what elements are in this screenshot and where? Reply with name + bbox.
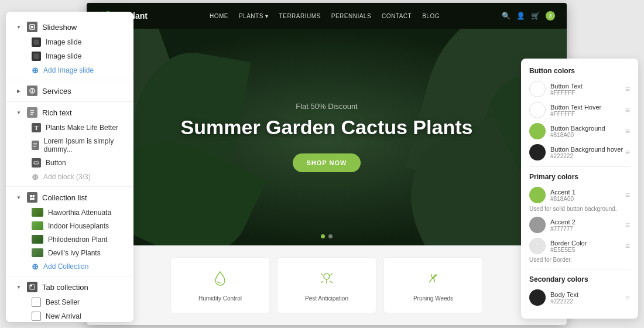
button-text-swatch[interactable] [529,81,546,97]
button-bg-left: Button Background #818A00 [529,123,605,139]
image-slide-1[interactable]: Image slide [6,35,133,49]
slideshow-toggle[interactable]: ▼ [15,23,22,30]
image-slide-2[interactable]: Image slide [6,49,133,63]
hero-title: Summer Garden Cactus Plants [181,115,473,139]
devils-ivy-item[interactable]: Devil's ivy Plants [6,246,133,259]
plants-text-label: Plants Make Life Better [46,124,118,132]
button-text-hover-swatch[interactable] [529,102,546,118]
add-block[interactable]: ⊕ Add block (3/3) [6,170,133,184]
user-icon[interactable]: 👤 [516,12,525,20]
svg-rect-22 [33,195,35,197]
rich-text-label: Rich text [42,108,72,117]
services-row[interactable]: ▶ Services [6,83,133,99]
svg-rect-25 [30,285,32,286]
image-slide-icon-2 [32,52,41,61]
best-seller-item[interactable]: Best Seller [6,295,133,309]
button-bg-hover-handle[interactable]: ≡ [625,148,630,157]
button-bg-swatch[interactable] [529,123,546,139]
services-toggle[interactable]: ▶ [15,87,22,94]
body-text-left: Body Text #222222 [529,289,578,306]
svg-rect-23 [30,198,35,200]
border-color-hex: #E5E5E5 [550,247,587,253]
services-label: Services [42,87,71,95]
collection-list-toggle[interactable]: ▼ [15,194,22,201]
nav-perennials[interactable]: PERENNIALS [331,13,371,19]
pest-label: Pest Anticipation [305,295,348,302]
accent2-swatch[interactable] [529,217,546,233]
body-text-handle[interactable]: ≡ [625,293,630,302]
para-icon [32,141,39,150]
body-text-row: Body Text #222222 ≡ [529,289,630,306]
body-text-info: Body Text #222222 [550,291,578,305]
nav-terrariums[interactable]: TERRARIUMS [279,13,321,19]
accent1-swatch[interactable] [529,187,546,203]
nav-home[interactable]: HOME [210,13,228,19]
button-text-hover-hex: #FFFFFF [550,111,601,117]
border-color-handle[interactable]: ≡ [625,241,630,251]
button-label: Button [46,159,66,167]
site-nav: HOME PLANTS ▾ TERRARIUMS PERENNIALS CONT… [210,13,440,19]
button-text-info: Button Text #FFFFFF [550,83,583,96]
svg-line-3 [330,274,333,275]
philodendron-label: Philodendron Plant [48,235,107,244]
dot-2[interactable] [328,234,333,238]
accent1-note: Used for solid button background. [529,206,630,212]
collection-list-row[interactable]: ▼ Collection list [6,189,133,206]
philodendron-item[interactable]: Philodendron Plant [6,233,133,246]
plants-text-item[interactable]: T Plants Make Life Better [6,121,133,135]
search-icon[interactable]: 🔍 [502,12,511,20]
services-section: ▶ Services [6,83,133,99]
button-text-handle[interactable]: ≡ [625,84,630,94]
button-item[interactable]: Button [6,156,133,170]
indoor-item[interactable]: Indoor Houseplants [6,219,133,233]
svg-rect-9 [34,40,39,45]
button-text-hover-handle[interactable]: ≡ [625,105,630,115]
rich-text-toggle[interactable]: ▼ [15,109,22,116]
nav-plants[interactable]: PLANTS ▾ [239,13,269,19]
haworthia-item[interactable]: Haworthia Attenuata [6,206,133,219]
border-color-swatch[interactable] [529,238,546,254]
cart-badge: 3 [546,11,555,20]
button-bg-handle[interactable]: ≡ [625,127,630,136]
image-slide-label-1: Image slide [46,38,81,46]
service-card-humidity: Humidity Control [170,257,270,313]
slideshow-row[interactable]: ▼ Slideshow [6,19,133,35]
primary-colors-title: Primary colors [529,173,630,181]
body-text-hex: #222222 [550,298,578,305]
collection-list-section: ▼ Collection list Haworthia Attenuata In… [6,189,133,274]
dot-1[interactable] [321,234,325,238]
accent2-hex: #777777 [550,226,576,232]
accent2-row: Accent 2 #777777 ≡ [529,217,630,233]
shop-now-button[interactable]: SHOP NOW [293,153,361,172]
service-cards: Humidity Control Pest Anticipation [87,245,567,325]
nav-contact[interactable]: CONTACT [382,13,412,19]
svg-rect-20 [34,162,39,164]
button-bg-hover-name: Button Background hover [550,146,623,153]
border-color-info: Border Color #E5E5E5 [550,240,587,253]
accent2-handle[interactable]: ≡ [625,220,630,230]
tab-collection-toggle[interactable]: ▼ [15,283,22,291]
secondary-colors-title: Secondary colors [529,275,630,283]
text-icon: T [32,123,41,132]
add-collection-icon: ⊕ [32,262,39,271]
rich-text-icon [27,107,37,118]
button-bg-hover-swatch[interactable] [529,144,546,160]
accent1-handle[interactable]: ≡ [625,190,630,200]
haworthia-label: Haworthia Attenuata [48,209,111,217]
tab-collection-row[interactable]: ▼ Tab collection [6,279,133,295]
rich-text-row[interactable]: ▼ Rich text [6,104,133,121]
cart-icon[interactable]: 🛒 [531,12,540,20]
new-arrival-item[interactable]: New Arrival [6,309,133,322]
new-arrival-icon [32,312,41,321]
button-bg-info: Button Background #818A00 [550,125,605,138]
add-image-slide[interactable]: ⊕ Add Image slide [6,63,133,77]
pruning-label: Pruning Weeds [413,295,453,302]
body-text-swatch[interactable] [529,289,546,306]
button-text-hover-row: Button Text Hover #FFFFFF ≡ [529,102,630,118]
nav-blog[interactable]: BLOG [422,13,440,19]
collection-list-label: Collection list [42,193,87,202]
add-collection[interactable]: ⊕ Add Collection [6,259,133,274]
site-header: 🌿 SoilPlant HOME PLANTS ▾ TERRARIUMS PER… [87,3,567,29]
lorem-item[interactable]: Lorem Ipsum is simply dummy... [6,135,133,156]
slideshow-section: ▼ Slideshow Image slide Image slide ⊕ Ad… [6,19,133,77]
